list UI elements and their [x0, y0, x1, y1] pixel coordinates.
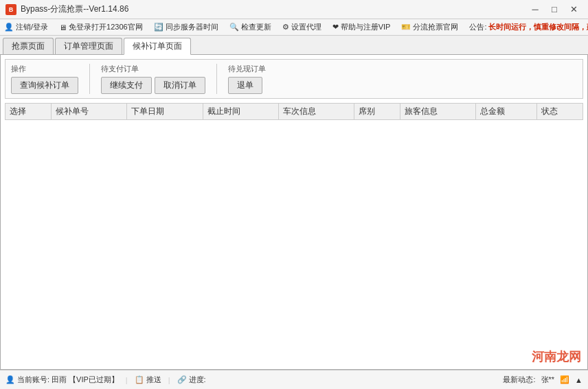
notice-content: 长时间运行，慎重修改间隔，建议默认！	[488, 22, 588, 32]
menu-help-label: 帮助与注册VIP	[341, 22, 391, 32]
push-item[interactable]: 📋 推送	[135, 375, 161, 385]
toolbar-operation-section: 操作 查询候补订单	[11, 64, 90, 94]
dynamic-value: 张**	[541, 375, 555, 385]
ticket-icon: 🎫	[401, 23, 411, 32]
progress-icon: 🔗	[177, 375, 187, 384]
col-order-no: 候补单号	[51, 104, 126, 120]
menu-register[interactable]: 🖥 免登录打开12306官网	[58, 22, 144, 32]
wifi-icon: 📶	[560, 375, 569, 384]
col-deadline: 截止时间	[203, 104, 278, 120]
operation-label: 操作	[11, 64, 26, 74]
title-bar: B Bypass-分流抢票--Ver1.14.86 ─ □ ✕	[0, 0, 588, 19]
supplement-table: 选择 候补单号 下单日期 截止时间 车次信息 席别 旅客信息 总金额 状态	[5, 103, 583, 120]
menu-login[interactable]: 👤 注销/登录	[3, 22, 49, 32]
progress-item[interactable]: 🔗 进度:	[177, 375, 206, 385]
toolbar-pending-cash-section: 待兑现订单 退单	[228, 64, 277, 94]
check-icon: 🔍	[229, 23, 239, 32]
table-header: 选择 候补单号 下单日期 截止时间 车次信息 席别 旅客信息 总金额 状态	[5, 104, 583, 120]
refund-button[interactable]: 退单	[228, 77, 262, 94]
notice-prefix: 公告:	[469, 22, 486, 32]
menu-grab[interactable]: 🎫 分流抢票官网	[400, 22, 460, 32]
app-icon: B	[5, 4, 16, 15]
menu-register-label: 免登录打开12306官网	[69, 22, 143, 32]
register-icon: 🖥	[59, 23, 67, 32]
main-content: 操作 查询候补订单 待支付订单 继续支付 取消订单 待兑现订单 退单 选择 候补…	[0, 55, 588, 370]
menu-synctime-label: 同步服务器时间	[166, 22, 218, 32]
account-label: 当前账号:	[17, 375, 49, 385]
title-bar-left: B Bypass-分流抢票--Ver1.14.86	[5, 3, 128, 15]
toolbar-area: 操作 查询候补订单 待支付订单 继续支付 取消订单 待兑现订单 退单	[5, 59, 583, 99]
col-order-date: 下单日期	[127, 104, 203, 120]
tab-orders[interactable]: 订单管理页面	[55, 38, 122, 54]
login-icon: 👤	[4, 23, 14, 32]
menu-bar: 👤 注销/登录 🖥 免登录打开12306官网 🔄 同步服务器时间 🔍 检查更新 …	[0, 19, 588, 36]
menu-notice: 公告: 长时间运行，慎重修改间隔，建议默认！	[468, 22, 588, 32]
menu-proxy[interactable]: ⚙ 设置代理	[281, 22, 323, 32]
maximize-button[interactable]: □	[545, 3, 563, 16]
sync-icon: 🔄	[154, 23, 163, 32]
vip-status: 【VIP已过期】	[69, 375, 119, 385]
continue-pay-button[interactable]: 继续支付	[101, 77, 152, 94]
app-title: Bypass-分流抢票--Ver1.14.86	[21, 3, 128, 15]
pending-cash-buttons: 退单	[228, 77, 262, 94]
tabs-bar: 抢票页面 订单管理页面 候补订单页面	[0, 36, 588, 55]
status-right: 最新动态: 张** 📶 ▲	[503, 375, 583, 385]
push-icon: 📋	[135, 375, 144, 384]
account-value: 田雨	[52, 375, 67, 385]
divider-2: |	[168, 376, 170, 384]
menu-checkupdate-label: 检查更新	[241, 22, 271, 32]
query-supplement-button[interactable]: 查询候补订单	[11, 77, 78, 94]
col-train-info: 车次信息	[278, 104, 354, 120]
col-status: 状态	[536, 104, 583, 120]
status-bar: 👤 当前账号: 田雨 【VIP已过期】 | 📋 推送 | 🔗 进度: 最新动态:…	[0, 370, 588, 389]
proxy-icon: ⚙	[282, 23, 289, 32]
col-passenger-info: 旅客信息	[400, 104, 476, 120]
menu-grab-label: 分流抢票官网	[413, 22, 458, 32]
col-select: 选择	[5, 104, 52, 120]
watermark: 河南龙网	[532, 349, 581, 365]
tab-supplement[interactable]: 候补订单页面	[124, 38, 191, 55]
col-total-amount: 总金额	[476, 104, 537, 120]
operation-buttons: 查询候补订单	[11, 77, 78, 94]
divider-1: |	[126, 376, 128, 384]
window-controls: ─ □ ✕	[526, 3, 583, 16]
pending-cash-label: 待兑现订单	[228, 64, 266, 74]
dynamic-label: 最新动态:	[503, 375, 535, 385]
close-button[interactable]: ✕	[565, 3, 583, 16]
menu-help[interactable]: ❤ 帮助与注册VIP	[331, 22, 392, 32]
minimize-button[interactable]: ─	[526, 3, 544, 16]
menu-proxy-label: 设置代理	[291, 22, 321, 32]
empty-area	[5, 120, 583, 312]
menu-checkupdate[interactable]: 🔍 检查更新	[228, 22, 273, 32]
menu-synctime[interactable]: 🔄 同步服务器时间	[152, 22, 220, 32]
pending-payment-label: 待支付订单	[101, 64, 139, 74]
tab-grab[interactable]: 抢票页面	[3, 38, 54, 54]
toolbar-pending-payment-section: 待支付订单 继续支付 取消订单	[101, 64, 217, 94]
account-info: 👤 当前账号: 田雨 【VIP已过期】	[5, 375, 119, 385]
progress-label: 进度:	[189, 375, 206, 385]
push-label: 推送	[146, 375, 161, 385]
signal-icon: ▲	[575, 376, 583, 384]
cancel-order-button[interactable]: 取消订单	[155, 77, 205, 94]
menu-login-label: 注销/登录	[16, 22, 48, 32]
pending-payment-buttons: 继续支付 取消订单	[101, 77, 205, 94]
col-seat-class: 席别	[354, 104, 400, 120]
heart-icon: ❤	[332, 23, 339, 32]
account-icon: 👤	[5, 375, 15, 384]
